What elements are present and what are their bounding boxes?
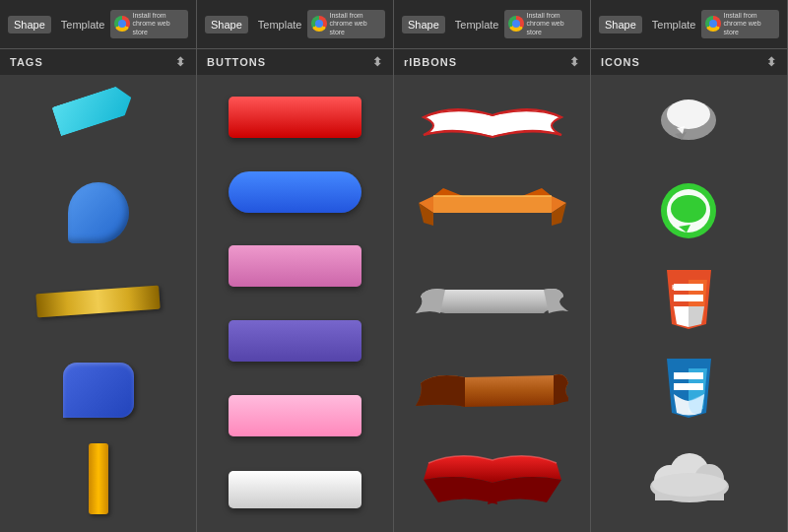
tags-header: Shape Template Install fromchrome web st… [0, 0, 196, 49]
ribbons-badge-text: Install fromchrome web store [526, 12, 578, 36]
icons-section-label: ICONS ⬍ [591, 49, 787, 75]
svg-point-14 [671, 195, 706, 223]
icons-chrome-icon [705, 16, 721, 32]
btn-purple-shape [229, 320, 361, 362]
buttons-chrome-icon [311, 16, 327, 32]
ribbons-header: Shape Template Install fromchrome web st… [394, 0, 590, 49]
chrome-badge-text: Install fromchrome web store [132, 12, 184, 36]
tag-strip-shape [89, 443, 108, 514]
icons-chrome-badge[interactable]: Install fromchrome web store [701, 10, 779, 38]
icons-content: H 5 [591, 75, 787, 532]
tag-bubble-shape [63, 363, 134, 418]
chrome-icon [114, 16, 130, 32]
ribbon-silver-svg [416, 272, 568, 331]
icons-tabs: Shape Template [599, 16, 701, 33]
btn-blue-pill-shape [229, 171, 361, 213]
buttons-shape-tab[interactable]: Shape [205, 16, 248, 33]
buttons-template-tab[interactable]: Template [252, 16, 308, 33]
svg-rect-25 [674, 383, 703, 390]
ribbons-shape-tab[interactable]: Shape [402, 16, 445, 33]
icons-template-tab[interactable]: Template [646, 16, 702, 33]
svg-rect-20 [674, 284, 703, 291]
btn-white-shape [229, 471, 361, 508]
buttons-badge-text: Install fromchrome web store [329, 12, 381, 36]
ribbon-brown-svg [416, 362, 568, 419]
icons-shape-tab[interactable]: Shape [599, 16, 642, 33]
tag-arrow-item[interactable] [15, 85, 182, 164]
ribbons-label-text: rIBBONS [404, 56, 457, 68]
icon-css3-item[interactable] [606, 351, 773, 430]
tags-select-arrow[interactable]: ⬍ [175, 55, 186, 69]
icons-select-arrow[interactable]: ⬍ [766, 55, 777, 69]
svg-point-9 [667, 100, 710, 129]
svg-marker-3 [433, 188, 463, 196]
icon-css3-svg [662, 359, 716, 423]
ribbons-content [394, 75, 590, 532]
btn-light-pink-item[interactable] [212, 383, 379, 448]
buttons-header: Shape Template Install fromchrome web st… [197, 0, 393, 49]
tags-section-label: TAGS ⬍ [0, 49, 196, 75]
buttons-tabs: Shape Template [205, 16, 307, 33]
buttons-section-label: BUTTONS ⬍ [197, 49, 393, 75]
buttons-panel: Shape Template Install fromchrome web st… [197, 0, 394, 532]
ribbons-chrome-icon [508, 16, 524, 32]
tag-sticker-shape [68, 182, 129, 243]
svg-rect-5 [433, 196, 552, 213]
ribbons-template-tab[interactable]: Template [449, 16, 505, 33]
buttons-select-arrow[interactable]: ⬍ [372, 55, 383, 69]
ribbon-red-item[interactable] [409, 439, 576, 518]
tag-bubble-item[interactable] [15, 351, 182, 430]
btn-white-item[interactable] [212, 457, 379, 522]
tags-content [0, 75, 196, 532]
tag-strip-item[interactable] [15, 439, 182, 518]
buttons-content [197, 75, 393, 532]
buttons-chrome-badge[interactable]: Install fromchrome web store [307, 10, 385, 38]
tag-sticker-item[interactable] [15, 173, 182, 252]
btn-red-shape [229, 97, 361, 138]
svg-rect-26 [674, 372, 703, 379]
svg-marker-4 [522, 188, 552, 196]
svg-text:5: 5 [684, 283, 689, 292]
ribbon-silver-item[interactable] [409, 262, 576, 341]
btn-light-pink-shape [229, 395, 361, 436]
buttons-label-text: BUTTONS [207, 56, 266, 68]
tag-arrow-shape [51, 83, 145, 166]
icon-chat-gray-item[interactable] [606, 85, 773, 164]
tag-bar-shape [35, 286, 160, 318]
ribbons-select-arrow[interactable]: ⬍ [569, 55, 580, 69]
svg-rect-17 [674, 295, 703, 301]
ribbon-orange-item[interactable] [409, 173, 576, 252]
svg-point-32 [652, 473, 727, 497]
tags-template-tab[interactable]: Template [55, 16, 111, 33]
btn-pink-shape [229, 245, 361, 287]
btn-pink-item[interactable] [212, 233, 379, 299]
ribbons-section-label: rIBBONS ⬍ [394, 49, 590, 75]
tags-tabs: Shape Template [8, 16, 110, 33]
btn-purple-item[interactable] [212, 308, 379, 373]
ribbons-panel: Shape Template Install fromchrome web st… [394, 0, 591, 532]
ribbon-brown-item[interactable] [409, 351, 576, 430]
icons-panel: Shape Template Install fromchrome web st… [591, 0, 788, 532]
icons-badge-text: Install fromchrome web store [723, 12, 775, 36]
icon-cloud-svg [645, 449, 734, 508]
icon-chat-gray-svg [657, 95, 721, 154]
ribbon-red-svg [419, 445, 566, 512]
tags-shape-tab[interactable]: Shape [8, 16, 51, 33]
btn-blue-pill-item[interactable] [212, 160, 379, 225]
ribbons-chrome-badge[interactable]: Install fromchrome web store [504, 10, 582, 38]
ribbon-white-item[interactable] [409, 85, 576, 164]
tags-chrome-badge[interactable]: Install fromchrome web store [110, 10, 188, 38]
ribbon-orange-svg [419, 188, 566, 237]
tag-bar-item[interactable] [15, 262, 182, 341]
ribbon-white-svg [414, 98, 571, 152]
icon-html5-svg: H 5 [662, 270, 716, 334]
icons-label-text: ICONS [601, 56, 640, 68]
icon-html5-item[interactable]: H 5 [606, 262, 773, 341]
tags-panel: Shape Template Install fromchrome web st… [0, 0, 197, 532]
icons-header: Shape Template Install fromchrome web st… [591, 0, 787, 49]
icon-chat-green-item[interactable] [606, 173, 773, 252]
icon-cloud-item[interactable] [606, 439, 773, 518]
tags-label-text: TAGS [10, 56, 43, 68]
btn-red-item[interactable] [212, 85, 379, 150]
svg-text:H: H [672, 283, 678, 292]
